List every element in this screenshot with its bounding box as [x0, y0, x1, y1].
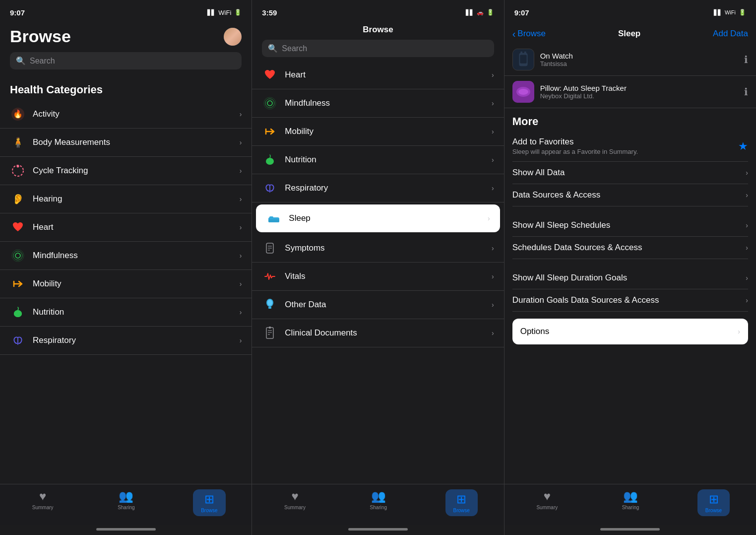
more-title: More — [512, 108, 748, 131]
pillow-info-icon[interactable]: ℹ — [744, 86, 748, 98]
category-item-clinical[interactable]: Clinical Documents › — [252, 319, 504, 347]
svg-rect-36 — [520, 55, 526, 63]
category-item-nutrition-2[interactable]: Nutrition › — [252, 146, 504, 174]
wifi-icon-2: 🚗 — [477, 9, 484, 16]
show-sleep-schedules-item[interactable]: Show All Sleep Schedules › — [512, 214, 748, 237]
mobility-chevron-2: › — [492, 128, 494, 135]
show-sleep-schedules-label: Show All Sleep Schedules — [512, 220, 746, 230]
heart-chevron-1: › — [240, 223, 242, 231]
svg-point-14 — [265, 99, 274, 108]
tab-sharing-1[interactable]: 👥 Sharing — [112, 489, 140, 510]
wifi-icon-3: WiFi — [725, 9, 736, 15]
add-data-btn[interactable]: Add Data — [713, 29, 748, 39]
avatar-1[interactable] — [224, 28, 242, 46]
category-list-1: 🔥 Activity › 🧍 Body Measurements › — [0, 100, 252, 484]
category-item-other[interactable]: Other Data › — [252, 291, 504, 319]
clinical-label: Clinical Documents — [285, 328, 492, 338]
category-item-heart-2[interactable]: Heart › — [252, 61, 504, 89]
data-sources-chevron: › — [746, 191, 748, 199]
svg-rect-33 — [269, 327, 271, 329]
category-item-respiratory-2[interactable]: Respiratory › — [252, 174, 504, 202]
data-sources-item[interactable]: Data Sources & Access › — [512, 184, 748, 206]
pillow-name: Pillow: Auto Sleep Tracker — [540, 84, 744, 92]
tab-sharing-3[interactable]: 👥 Sharing — [616, 489, 645, 510]
tab-summary-3[interactable]: ♥ Summary — [530, 489, 564, 510]
tab-browse-1[interactable]: ⊞ Browse — [193, 489, 225, 516]
category-item-nutrition[interactable]: Nutrition › — [0, 298, 252, 327]
mobility-icon-1 — [10, 276, 26, 292]
options-chevron: › — [738, 328, 740, 335]
tab-browse-2[interactable]: ⊞ Browse — [445, 489, 478, 516]
category-item-vitals[interactable]: Vitals › — [252, 263, 504, 291]
panel-browse-main: 9:07 ▋▋ WiFi 🔋 Browse 🔍 Search — [0, 0, 252, 535]
health-categories-header: Health Categories — [0, 75, 252, 100]
panel1-header: Browse 🔍 Search — [0, 22, 252, 75]
app-item-onwatch[interactable]: On Watch Tantsissa ℹ — [504, 44, 756, 76]
app-item-pillow[interactable]: Pillow: Auto Sleep Tracker Neybox Digita… — [504, 76, 756, 108]
show-all-data-item[interactable]: Show All Data › — [512, 162, 748, 184]
home-bar-3 — [600, 528, 660, 531]
tab-browse-3[interactable]: ⊞ Browse — [697, 489, 730, 516]
summary-icon-1: ♥ — [39, 489, 46, 503]
battery-icon-3: 🔋 — [739, 9, 746, 16]
heart-icon-1 — [10, 219, 26, 235]
nav-back-btn[interactable]: ‹ Browse — [512, 28, 546, 40]
heart-label-1: Heart — [33, 222, 240, 232]
search-bar-2[interactable]: 🔍 Search — [262, 40, 494, 57]
respiratory-label-1: Respiratory — [33, 335, 240, 345]
tab-sharing-2[interactable]: 👥 Sharing — [364, 489, 392, 510]
tab-bar-3: ♥ Summary 👥 Sharing ⊞ Browse — [504, 484, 756, 525]
symptoms-icon — [262, 240, 278, 256]
onwatch-info-icon[interactable]: ℹ — [744, 54, 748, 66]
tab-bar-2: ♥ Summary 👥 Sharing ⊞ Browse — [252, 484, 504, 525]
back-chevron-icon: ‹ — [512, 28, 516, 40]
show-all-data-chevron: › — [746, 169, 748, 177]
category-item-heart[interactable]: Heart › — [0, 213, 252, 242]
duration-sources-item[interactable]: Duration Goals Data Sources & Access › — [512, 289, 748, 312]
browse-icon-2: ⊞ — [456, 492, 466, 506]
nav-back-label: Browse — [517, 29, 546, 39]
svg-rect-29 — [266, 328, 273, 338]
summary-icon-3: ♥ — [544, 489, 551, 503]
other-label: Other Data — [285, 300, 492, 310]
battery-icon-1: 🔋 — [234, 9, 242, 16]
category-item-symptoms[interactable]: Symptoms › — [252, 234, 504, 263]
schedules-sources-item[interactable]: Schedules Data Sources & Access › — [512, 237, 748, 259]
app-container: 9:07 ▋▋ WiFi 🔋 Browse 🔍 Search — [0, 0, 756, 535]
browse-title-2: Browse — [363, 25, 393, 35]
onwatch-name: On Watch — [540, 52, 744, 60]
category-item-mobility[interactable]: Mobility › — [0, 270, 252, 298]
signal-icon-3: ▋▋ — [714, 9, 722, 16]
category-item-mobility-2[interactable]: Mobility › — [252, 118, 504, 146]
category-item-mindfulness[interactable]: Mindfulness › — [0, 242, 252, 270]
tab-summary-2[interactable]: ♥ Summary — [278, 489, 312, 510]
svg-point-12 — [14, 310, 22, 317]
category-item-activity[interactable]: 🔥 Activity › — [0, 100, 252, 129]
svg-point-7 — [13, 251, 22, 260]
svg-point-13 — [267, 101, 272, 106]
category-item-mindfulness-2[interactable]: Mindfulness › — [252, 89, 504, 118]
browse-label-2: Browse — [453, 508, 470, 513]
options-card[interactable]: Options › — [512, 319, 748, 344]
category-item-body[interactable]: 🧍 Body Measurements › — [0, 129, 252, 157]
onwatch-sub: Tantsissa — [540, 60, 744, 67]
wifi-icon-1: WiFi — [218, 9, 231, 16]
search-bar-1[interactable]: 🔍 Search — [10, 52, 242, 69]
category-item-sleep[interactable]: Sleep › — [256, 204, 500, 232]
panel-sleep-detail: 9:07 ▋▋ WiFi 🔋 ‹ Browse Sleep Add Data — [504, 0, 756, 535]
tab-summary-1[interactable]: ♥ Summary — [26, 489, 60, 510]
status-time-1: 9:07 — [10, 8, 25, 17]
summary-label-2: Summary — [284, 505, 306, 510]
home-bar-1 — [96, 528, 156, 531]
duration-sources-label: Duration Goals Data Sources & Access — [512, 295, 746, 305]
schedules-sources-label: Schedules Data Sources & Access — [512, 243, 746, 253]
add-to-favorites-item[interactable]: Add to Favorites Sleep will appear as a … — [512, 131, 748, 162]
category-item-cycle[interactable]: Cycle Tracking › — [0, 157, 252, 185]
category-item-respiratory[interactable]: Respiratory › — [0, 327, 252, 355]
status-bar-1: 9:07 ▋▋ WiFi 🔋 — [0, 0, 252, 22]
svg-rect-38 — [524, 52, 526, 54]
show-duration-goals-item[interactable]: Show All Sleep Duration Goals › — [512, 267, 748, 289]
nutrition-label-1: Nutrition — [33, 307, 240, 317]
category-item-hearing[interactable]: 👂 Hearing › — [0, 185, 252, 213]
svg-point-18 — [266, 158, 274, 165]
